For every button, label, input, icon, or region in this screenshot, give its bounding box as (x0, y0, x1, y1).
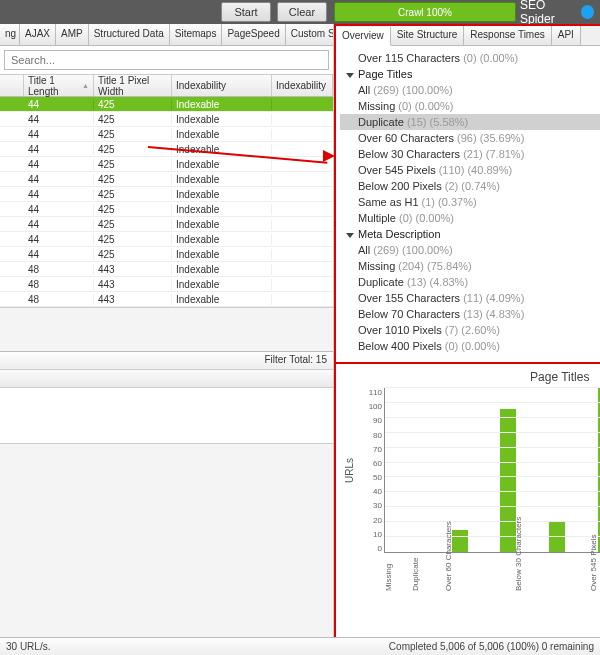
table-blank (0, 307, 333, 351)
table-row[interactable]: 48443Indexable (0, 292, 333, 307)
start-button[interactable]: Start (221, 2, 271, 22)
tree-item[interactable]: Missing (0) (0.00%) (340, 98, 600, 114)
tree-item[interactable]: Over 60 Characters (96) (35.69%) (340, 130, 600, 146)
col-pixel-width[interactable]: Title 1 Pixel Width (94, 75, 172, 96)
table-row[interactable]: 44425Indexable (0, 202, 333, 217)
status-bar: 30 URL/s. Completed 5,006 of 5,006 (100%… (0, 637, 600, 655)
table-row[interactable]: 44425Indexable (0, 142, 333, 157)
table-row[interactable]: 48443Indexable (0, 262, 333, 277)
tree-item[interactable]: Below 400 Pixels (0) (0.00%) (340, 338, 600, 354)
twitter-icon[interactable] (581, 5, 594, 19)
chart-xaxis: MissingDuplicateOver 60 CharactersBelow … (384, 553, 600, 635)
chart-bar[interactable] (452, 530, 468, 552)
chart: Page Titles URLs 11010090807060504030201… (336, 364, 600, 637)
table-header: Title 1 Length Title 1 Pixel Width Index… (0, 75, 333, 97)
tree-item[interactable]: Over 155 Characters (11) (4.09%) (340, 290, 600, 306)
table-row[interactable]: 44425Indexable (0, 97, 333, 112)
search-input[interactable] (4, 50, 329, 70)
table-row[interactable]: 44425Indexable (0, 247, 333, 262)
tab-ajax[interactable]: AJAX (20, 24, 56, 45)
clear-button[interactable]: Clear (277, 2, 327, 22)
brand: SEO Spider (520, 0, 600, 24)
topbar-spacer (0, 0, 218, 24)
tree-item[interactable]: Below 70 Characters (13) (4.83%) (340, 306, 600, 322)
tab-site-structure[interactable]: Site Structure (391, 26, 465, 45)
tree-item[interactable]: Below 30 Characters (21) (7.81%) (340, 146, 600, 162)
tree-group[interactable]: Meta Description (340, 226, 600, 242)
topbar: Start Clear Crawl 100% SEO Spider (0, 0, 600, 24)
bottom-tabs[interactable] (0, 370, 333, 388)
bottom-band (0, 443, 333, 637)
right-tabs: Overview Site Structure Response Times A… (336, 26, 600, 46)
table-row[interactable]: 44425Indexable (0, 172, 333, 187)
left-tabs: ng AJAX AMP Structured Data Sitemaps Pag… (0, 24, 333, 46)
brand-label: SEO Spider (520, 0, 577, 26)
tree-item[interactable]: All (269) (100.00%) (340, 82, 600, 98)
table-row[interactable]: 44425Indexable (0, 127, 333, 142)
tree-group[interactable]: Page Titles (340, 66, 600, 82)
tab-overview[interactable]: Overview (336, 27, 391, 46)
tab-sitemaps[interactable]: Sitemaps (170, 24, 223, 45)
right-pane: Overview Site Structure Response Times A… (334, 24, 600, 637)
tree-item[interactable]: Duplicate (13) (4.83%) (340, 274, 600, 290)
tree-item[interactable]: Missing (204) (75.84%) (340, 258, 600, 274)
overview-tree: Over 115 Characters (0) (0.00%)Page Titl… (336, 46, 600, 364)
tab-amp[interactable]: AMP (56, 24, 89, 45)
table-row[interactable]: 44425Indexable (0, 232, 333, 247)
tab-response-times[interactable]: Response Times (464, 26, 551, 45)
table-row[interactable]: 44425Indexable (0, 187, 333, 202)
col-blank[interactable] (0, 75, 24, 96)
table-row[interactable]: 44425Indexable (0, 112, 333, 127)
tree-item[interactable]: Over 545 Pixels (110) (40.89%) (340, 162, 600, 178)
status-left: 30 URL/s. (6, 641, 50, 652)
caret-down-icon (346, 73, 354, 78)
tree-item[interactable]: Below 200 Pixels (2) (0.74%) (340, 178, 600, 194)
caret-down-icon (346, 233, 354, 238)
tree-item[interactable]: All (269) (100.00%) (340, 242, 600, 258)
tree-item[interactable]: Same as H1 (1) (0.37%) (340, 194, 600, 210)
filter-total: Filter Total: 15 (0, 351, 333, 369)
tree-item[interactable]: Over 1010 Pixels (7) (2.60%) (340, 322, 600, 338)
bottom-body (0, 388, 333, 443)
col-indexability-status[interactable]: Indexability (272, 75, 333, 96)
chart-yaxis: 1101009080706050403020100 (356, 388, 384, 553)
table-row[interactable]: 44425Indexable (0, 157, 333, 172)
tab-trunc[interactable]: ng (0, 24, 20, 45)
table-body: 44425Indexable44425Indexable44425Indexab… (0, 97, 333, 307)
status-right: Completed 5,006 of 5,006 (100%) 0 remain… (389, 641, 594, 652)
tree-item[interactable]: Over 115 Characters (0) (0.00%) (340, 50, 600, 66)
tab-custom-search[interactable]: Custom Searc (286, 24, 333, 45)
chart-title: Page Titles (342, 368, 600, 388)
tree-item[interactable]: Duplicate (15) (5.58%) (340, 114, 600, 130)
search-row (0, 46, 333, 75)
bottom-left-pane (0, 369, 333, 637)
chart-ylabel: URLs (344, 458, 355, 483)
chart-plot (384, 388, 600, 553)
table-row[interactable]: 44425Indexable (0, 217, 333, 232)
tab-api[interactable]: API (552, 26, 581, 45)
col-title-length[interactable]: Title 1 Length (24, 75, 94, 96)
crawl-progress: Crawl 100% (334, 2, 516, 22)
tab-structured-data[interactable]: Structured Data (89, 24, 170, 45)
left-pane: ng AJAX AMP Structured Data Sitemaps Pag… (0, 24, 334, 637)
tab-pagespeed[interactable]: PageSpeed (222, 24, 285, 45)
table-row[interactable]: 48443Indexable (0, 277, 333, 292)
col-indexability[interactable]: Indexability (172, 75, 272, 96)
tree-item[interactable]: Multiple (0) (0.00%) (340, 210, 600, 226)
